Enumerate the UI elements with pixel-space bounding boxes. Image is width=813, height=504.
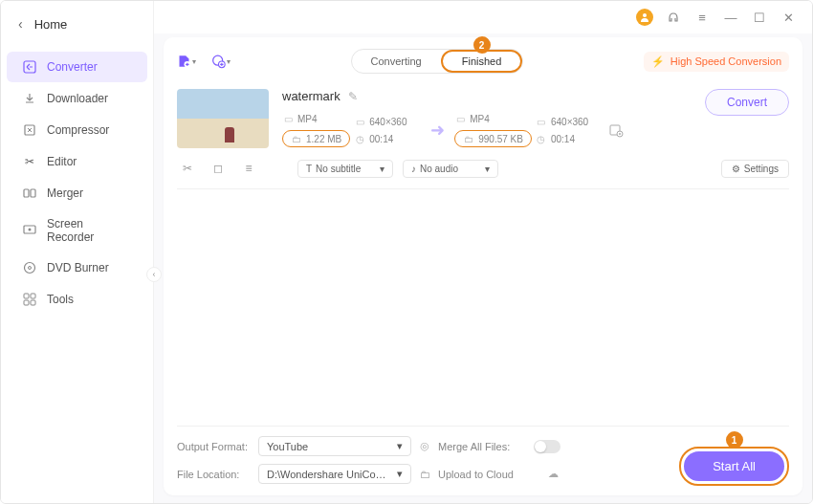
file-title: watermark [282,89,341,103]
callout-badge-1: 1 [726,431,743,449]
target-resolution: ▭640×360 [536,116,603,127]
sidebar-item-label: Compressor [47,123,109,137]
status-tabs: Converting Finished 2 [351,49,524,74]
tab-converting[interactable]: Converting [352,50,441,73]
svg-rect-3 [31,189,35,197]
open-folder-icon[interactable]: 🗀 [411,469,438,480]
screen-icon [22,223,37,238]
effect-icon[interactable]: ≡ [238,158,259,179]
source-format: ▭MP4 [282,113,350,124]
sidebar-collapse-toggle[interactable]: ‹ [146,267,162,282]
audio-icon: ♪ [411,164,416,174]
target-format: ▭MP4 [454,113,532,124]
hamburger-menu-icon[interactable]: ≡ [693,9,711,26]
sidebar-item-screen-recorder[interactable]: Screen Recorder [7,209,147,252]
chevron-down-icon: ▾ [380,164,385,174]
svg-rect-2 [24,189,29,197]
avatar[interactable] [636,9,653,26]
preview-icon[interactable]: ◎ [411,440,438,452]
subtitle-icon: T [306,164,312,174]
svg-rect-10 [24,300,29,305]
chevron-down-icon: ▾ [485,164,490,174]
back-chevron-icon[interactable]: ‹ [18,16,23,32]
target-duration: ◷00:14 [536,133,603,144]
merge-label: Merge All Files: [438,441,534,452]
close-icon[interactable]: ✕ [780,9,797,26]
sidebar-item-label: Screen Recorder [47,217,132,244]
resolution-icon: ▭ [354,116,365,127]
svg-point-6 [25,263,35,274]
file-location-label: File Location: [177,469,258,480]
clock-icon: ◷ [354,133,365,144]
tab-finished-label: Finished [462,55,502,67]
svg-point-5 [29,229,32,231]
maximize-icon[interactable]: ☐ [751,9,768,26]
start-all-button[interactable]: Start All [684,451,784,481]
chevron-down-icon: ▾ [397,468,403,480]
file-card: watermark ✎ ▭MP4 🗀1.22 MB ▭640×360 ◷00:1… [177,89,789,189]
panel-header: ▾ ▾ Converting Finished 2 ⚡ High Speed C… [177,49,789,74]
merge-toggle[interactable] [534,440,560,453]
disc-icon [22,260,37,275]
subtitle-select[interactable]: TNo subtitle ▾ [297,160,393,178]
svg-rect-11 [31,300,35,305]
convert-button[interactable]: Convert [705,89,789,116]
sidebar-item-label: Downloader [47,92,108,105]
svg-rect-9 [31,294,35,298]
audio-select[interactable]: ♪No audio ▾ [403,160,498,178]
sidebar-item-tools[interactable]: Tools [7,284,147,315]
sidebar-item-label: Merger [47,186,83,200]
sidebar: ‹ Home Converter Downloader Compressor ✂… [1,1,154,503]
sidebar-item-editor[interactable]: ✂ Editor [7,146,147,177]
video-thumbnail[interactable] [177,89,269,148]
svg-rect-8 [24,294,29,298]
tab-finished[interactable]: Finished 2 [441,50,523,73]
settings-button[interactable]: ⚙ Settings [721,160,789,178]
home-row[interactable]: ‹ Home [1,9,153,39]
lightning-icon: ⚡ [651,55,665,68]
crop-icon[interactable]: ◻ [208,158,229,179]
source-size: 🗀1.22 MB [282,130,350,147]
compress-icon [22,122,37,138]
chevron-down-icon: ▾ [227,57,231,66]
video-icon: ▭ [282,113,294,124]
gear-icon: ⚙ [732,164,740,174]
converter-icon [22,59,37,75]
content-panel: ▾ ▾ Converting Finished 2 ⚡ High Speed C… [164,37,802,495]
output-settings-icon[interactable] [608,122,624,138]
add-file-button[interactable]: ▾ [177,52,196,71]
chevron-down-icon: ▾ [397,440,403,452]
clock-icon: ◷ [536,133,547,144]
folder-icon: 🗀 [291,133,302,144]
output-format-label: Output Format: [177,441,258,452]
svg-point-12 [643,13,647,17]
sidebar-item-compressor[interactable]: Compressor [7,115,147,145]
sidebar-item-downloader[interactable]: Downloader [7,83,147,114]
resolution-icon: ▭ [536,116,547,127]
sidebar-item-label: DVD Burner [47,261,109,274]
output-format-select[interactable]: YouTube▾ [258,436,411,456]
add-url-button[interactable]: ▾ [211,52,231,71]
file-location-select[interactable]: D:\Wondershare UniConverter 1▾ [258,464,411,484]
sidebar-item-label: Tools [47,293,74,306]
arrow-right-icon: ➜ [430,120,445,141]
minimize-icon[interactable]: — [722,9,739,26]
edit-title-icon[interactable]: ✎ [348,90,358,103]
download-icon [22,91,37,106]
sidebar-item-merger[interactable]: Merger [7,178,147,208]
folder-icon: 🗀 [463,133,474,144]
cloud-icon[interactable]: ☁ [534,468,572,480]
source-resolution: ▭640×360 [354,116,421,127]
sidebar-item-label: Editor [47,155,77,168]
start-all-wrap: 1 Start All [679,447,789,486]
high-speed-label: High Speed Conversion [670,55,781,67]
sidebar-item-converter[interactable]: Converter [7,52,147,82]
headset-icon[interactable] [665,9,682,26]
trim-icon[interactable]: ✂ [177,158,198,179]
footer-bar: Output Format: YouTube▾ ◎ Merge All File… [177,426,789,484]
callout-badge-2: 2 [473,36,491,54]
upload-label: Upload to Cloud [438,469,534,480]
svg-point-7 [29,267,32,270]
high-speed-badge[interactable]: ⚡ High Speed Conversion [644,52,789,72]
sidebar-item-dvd-burner[interactable]: DVD Burner [7,252,147,283]
